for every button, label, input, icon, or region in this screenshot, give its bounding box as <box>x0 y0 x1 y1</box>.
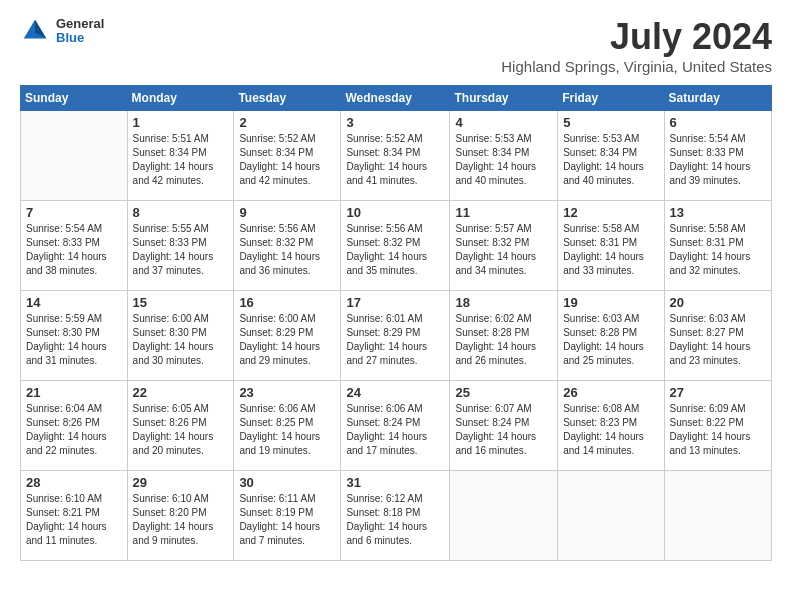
calendar-day-cell: 1Sunrise: 5:51 AMSunset: 8:34 PMDaylight… <box>127 111 234 201</box>
calendar-day-cell: 9Sunrise: 5:56 AMSunset: 8:32 PMDaylight… <box>234 201 341 291</box>
day-info: Sunrise: 6:02 AMSunset: 8:28 PMDaylight:… <box>455 312 552 368</box>
day-info: Sunrise: 5:54 AMSunset: 8:33 PMDaylight:… <box>670 132 766 188</box>
day-info: Sunrise: 5:59 AMSunset: 8:30 PMDaylight:… <box>26 312 122 368</box>
calendar-day-cell: 17Sunrise: 6:01 AMSunset: 8:29 PMDayligh… <box>341 291 450 381</box>
day-number: 21 <box>26 385 122 400</box>
calendar-day-cell: 19Sunrise: 6:03 AMSunset: 8:28 PMDayligh… <box>558 291 664 381</box>
day-info: Sunrise: 5:56 AMSunset: 8:32 PMDaylight:… <box>239 222 335 278</box>
day-info: Sunrise: 6:03 AMSunset: 8:27 PMDaylight:… <box>670 312 766 368</box>
day-info: Sunrise: 6:10 AMSunset: 8:21 PMDaylight:… <box>26 492 122 548</box>
weekday-header: Monday <box>127 86 234 111</box>
calendar-day-cell <box>21 111 128 201</box>
day-info: Sunrise: 6:01 AMSunset: 8:29 PMDaylight:… <box>346 312 444 368</box>
calendar-day-cell: 3Sunrise: 5:52 AMSunset: 8:34 PMDaylight… <box>341 111 450 201</box>
day-number: 5 <box>563 115 658 130</box>
calendar-week-row: 21Sunrise: 6:04 AMSunset: 8:26 PMDayligh… <box>21 381 772 471</box>
calendar-day-cell: 23Sunrise: 6:06 AMSunset: 8:25 PMDayligh… <box>234 381 341 471</box>
day-number: 1 <box>133 115 229 130</box>
weekday-header: Thursday <box>450 86 558 111</box>
day-number: 19 <box>563 295 658 310</box>
logo-text: General Blue <box>56 17 104 46</box>
calendar-week-row: 14Sunrise: 5:59 AMSunset: 8:30 PMDayligh… <box>21 291 772 381</box>
day-info: Sunrise: 6:08 AMSunset: 8:23 PMDaylight:… <box>563 402 658 458</box>
day-number: 7 <box>26 205 122 220</box>
day-number: 16 <box>239 295 335 310</box>
weekday-header: Saturday <box>664 86 771 111</box>
calendar-week-row: 1Sunrise: 5:51 AMSunset: 8:34 PMDaylight… <box>21 111 772 201</box>
day-info: Sunrise: 6:00 AMSunset: 8:29 PMDaylight:… <box>239 312 335 368</box>
day-info: Sunrise: 5:54 AMSunset: 8:33 PMDaylight:… <box>26 222 122 278</box>
calendar-day-cell <box>558 471 664 561</box>
calendar-day-cell: 8Sunrise: 5:55 AMSunset: 8:33 PMDaylight… <box>127 201 234 291</box>
day-info: Sunrise: 5:58 AMSunset: 8:31 PMDaylight:… <box>563 222 658 278</box>
weekday-header: Friday <box>558 86 664 111</box>
day-number: 2 <box>239 115 335 130</box>
day-info: Sunrise: 5:55 AMSunset: 8:33 PMDaylight:… <box>133 222 229 278</box>
page: General Blue July 2024 Highland Springs,… <box>0 0 792 571</box>
subtitle: Highland Springs, Virginia, United State… <box>501 58 772 75</box>
day-number: 28 <box>26 475 122 490</box>
logo-blue: Blue <box>56 31 104 45</box>
calendar-day-cell: 16Sunrise: 6:00 AMSunset: 8:29 PMDayligh… <box>234 291 341 381</box>
day-number: 10 <box>346 205 444 220</box>
calendar-day-cell: 25Sunrise: 6:07 AMSunset: 8:24 PMDayligh… <box>450 381 558 471</box>
day-info: Sunrise: 5:58 AMSunset: 8:31 PMDaylight:… <box>670 222 766 278</box>
calendar-day-cell: 27Sunrise: 6:09 AMSunset: 8:22 PMDayligh… <box>664 381 771 471</box>
day-info: Sunrise: 6:06 AMSunset: 8:24 PMDaylight:… <box>346 402 444 458</box>
logo: General Blue <box>20 16 104 46</box>
calendar-day-cell: 15Sunrise: 6:00 AMSunset: 8:30 PMDayligh… <box>127 291 234 381</box>
calendar-day-cell: 21Sunrise: 6:04 AMSunset: 8:26 PMDayligh… <box>21 381 128 471</box>
calendar-day-cell: 10Sunrise: 5:56 AMSunset: 8:32 PMDayligh… <box>341 201 450 291</box>
calendar-day-cell: 26Sunrise: 6:08 AMSunset: 8:23 PMDayligh… <box>558 381 664 471</box>
day-info: Sunrise: 5:57 AMSunset: 8:32 PMDaylight:… <box>455 222 552 278</box>
day-info: Sunrise: 6:09 AMSunset: 8:22 PMDaylight:… <box>670 402 766 458</box>
day-info: Sunrise: 6:10 AMSunset: 8:20 PMDaylight:… <box>133 492 229 548</box>
calendar-day-cell <box>664 471 771 561</box>
weekday-header: Wednesday <box>341 86 450 111</box>
logo-icon <box>20 16 50 46</box>
calendar-day-cell: 18Sunrise: 6:02 AMSunset: 8:28 PMDayligh… <box>450 291 558 381</box>
day-number: 12 <box>563 205 658 220</box>
calendar-day-cell: 31Sunrise: 6:12 AMSunset: 8:18 PMDayligh… <box>341 471 450 561</box>
day-info: Sunrise: 5:51 AMSunset: 8:34 PMDaylight:… <box>133 132 229 188</box>
day-info: Sunrise: 6:07 AMSunset: 8:24 PMDaylight:… <box>455 402 552 458</box>
day-number: 25 <box>455 385 552 400</box>
day-number: 4 <box>455 115 552 130</box>
day-number: 23 <box>239 385 335 400</box>
day-number: 6 <box>670 115 766 130</box>
day-info: Sunrise: 5:53 AMSunset: 8:34 PMDaylight:… <box>455 132 552 188</box>
calendar-day-cell: 7Sunrise: 5:54 AMSunset: 8:33 PMDaylight… <box>21 201 128 291</box>
day-number: 13 <box>670 205 766 220</box>
day-number: 31 <box>346 475 444 490</box>
day-number: 14 <box>26 295 122 310</box>
day-info: Sunrise: 5:56 AMSunset: 8:32 PMDaylight:… <box>346 222 444 278</box>
day-info: Sunrise: 6:06 AMSunset: 8:25 PMDaylight:… <box>239 402 335 458</box>
header: General Blue July 2024 Highland Springs,… <box>20 16 772 75</box>
day-number: 18 <box>455 295 552 310</box>
main-title: July 2024 <box>501 16 772 58</box>
calendar-day-cell: 22Sunrise: 6:05 AMSunset: 8:26 PMDayligh… <box>127 381 234 471</box>
calendar-day-cell: 11Sunrise: 5:57 AMSunset: 8:32 PMDayligh… <box>450 201 558 291</box>
weekday-row: SundayMondayTuesdayWednesdayThursdayFrid… <box>21 86 772 111</box>
calendar-day-cell: 28Sunrise: 6:10 AMSunset: 8:21 PMDayligh… <box>21 471 128 561</box>
calendar-day-cell <box>450 471 558 561</box>
day-number: 11 <box>455 205 552 220</box>
calendar-day-cell: 14Sunrise: 5:59 AMSunset: 8:30 PMDayligh… <box>21 291 128 381</box>
calendar-day-cell: 13Sunrise: 5:58 AMSunset: 8:31 PMDayligh… <box>664 201 771 291</box>
calendar-day-cell: 4Sunrise: 5:53 AMSunset: 8:34 PMDaylight… <box>450 111 558 201</box>
calendar-day-cell: 30Sunrise: 6:11 AMSunset: 8:19 PMDayligh… <box>234 471 341 561</box>
day-number: 27 <box>670 385 766 400</box>
day-number: 15 <box>133 295 229 310</box>
calendar-day-cell: 24Sunrise: 6:06 AMSunset: 8:24 PMDayligh… <box>341 381 450 471</box>
day-info: Sunrise: 5:52 AMSunset: 8:34 PMDaylight:… <box>346 132 444 188</box>
logo-general: General <box>56 17 104 31</box>
day-number: 9 <box>239 205 335 220</box>
calendar-day-cell: 12Sunrise: 5:58 AMSunset: 8:31 PMDayligh… <box>558 201 664 291</box>
calendar-day-cell: 2Sunrise: 5:52 AMSunset: 8:34 PMDaylight… <box>234 111 341 201</box>
day-number: 24 <box>346 385 444 400</box>
calendar-day-cell: 29Sunrise: 6:10 AMSunset: 8:20 PMDayligh… <box>127 471 234 561</box>
weekday-header: Sunday <box>21 86 128 111</box>
calendar-day-cell: 6Sunrise: 5:54 AMSunset: 8:33 PMDaylight… <box>664 111 771 201</box>
day-info: Sunrise: 5:53 AMSunset: 8:34 PMDaylight:… <box>563 132 658 188</box>
calendar-table: SundayMondayTuesdayWednesdayThursdayFrid… <box>20 85 772 561</box>
